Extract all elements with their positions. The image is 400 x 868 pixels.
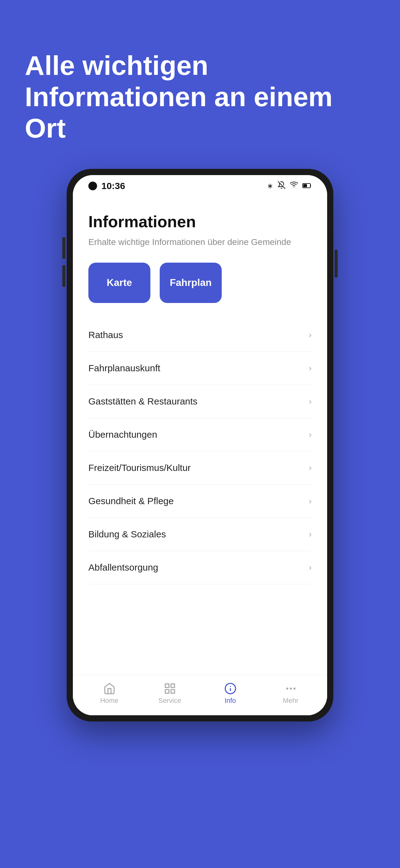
svg-rect-3 <box>165 684 169 688</box>
screen-content: Informationen Erhalte wichtige Informati… <box>73 197 327 715</box>
hero-section: Alle wichtigen Informationen an einem Or… <box>0 0 400 169</box>
svg-rect-2 <box>303 184 307 187</box>
quick-actions: Karte Fahrplan <box>88 262 312 303</box>
status-time: 10:36 <box>101 181 125 191</box>
camera-dot <box>88 182 97 190</box>
nav-item-home[interactable]: Home <box>91 682 128 705</box>
nav-item-info[interactable]: Info <box>212 682 249 705</box>
menu-list: Rathaus › Fahrplanauskunft › Gaststätten… <box>88 318 312 584</box>
status-icons: ∗ <box>267 181 312 191</box>
hero-title: Alle wichtigen Informationen an einem Or… <box>25 50 375 144</box>
karte-button[interactable]: Karte <box>88 262 151 303</box>
menu-item-abfall[interactable]: Abfallentsorgung › <box>88 551 312 584</box>
bell-off-icon <box>277 181 286 191</box>
page-title: Informationen <box>88 212 312 231</box>
power-button <box>335 250 338 278</box>
wifi-icon <box>290 181 298 191</box>
battery-icon <box>302 182 312 190</box>
bluetooth-icon: ∗ <box>267 182 273 190</box>
menu-item-gaststaetten[interactable]: Gaststätten & Restaurants › <box>88 385 312 418</box>
menu-item-gesundheit[interactable]: Gesundheit & Pflege › <box>88 485 312 518</box>
svg-line-0 <box>278 181 285 189</box>
fahrplan-button[interactable]: Fahrplan <box>160 262 222 303</box>
svg-point-11 <box>290 688 292 690</box>
phone-screen: 10:36 ∗ <box>73 175 327 715</box>
menu-item-freizeit[interactable]: Freizeit/Tourismus/Kultur › <box>88 452 312 485</box>
page-subtitle: Erhalte wichtige Informationen über dein… <box>88 237 312 247</box>
nav-label-info: Info <box>225 696 236 705</box>
bottom-nav: Home Service <box>73 675 327 715</box>
menu-item-rathaus[interactable]: Rathaus › <box>88 318 312 352</box>
chevron-icon: › <box>309 496 312 506</box>
nav-item-mehr[interactable]: Mehr <box>272 682 309 705</box>
nav-label-home: Home <box>100 696 119 705</box>
chevron-icon: › <box>309 330 312 340</box>
volume-up-button <box>62 237 65 259</box>
svg-point-12 <box>293 688 296 690</box>
nav-item-service[interactable]: Service <box>151 682 189 705</box>
volume-down-button <box>62 265 65 287</box>
menu-item-fahrplanauskunft[interactable]: Fahrplanauskunft › <box>88 352 312 385</box>
phone-mockup: 10:36 ∗ <box>67 169 333 721</box>
svg-rect-6 <box>165 689 169 693</box>
menu-item-bildung[interactable]: Bildung & Soziales › <box>88 518 312 551</box>
status-time-group: 10:36 <box>88 181 125 191</box>
chevron-icon: › <box>309 363 312 373</box>
svg-rect-4 <box>171 684 174 688</box>
chevron-icon: › <box>309 562 312 572</box>
chevron-icon: › <box>309 529 312 539</box>
chevron-icon: › <box>309 463 312 473</box>
chevron-icon: › <box>309 397 312 406</box>
nav-label-service: Service <box>159 696 181 705</box>
nav-label-mehr: Mehr <box>283 696 298 705</box>
menu-item-uebernachtungen[interactable]: Übernachtungen › <box>88 418 312 452</box>
status-bar: 10:36 ∗ <box>73 175 327 197</box>
svg-rect-5 <box>171 689 174 693</box>
app-content: Informationen Erhalte wichtige Informati… <box>73 197 327 675</box>
svg-point-10 <box>286 688 288 690</box>
chevron-icon: › <box>309 430 312 440</box>
